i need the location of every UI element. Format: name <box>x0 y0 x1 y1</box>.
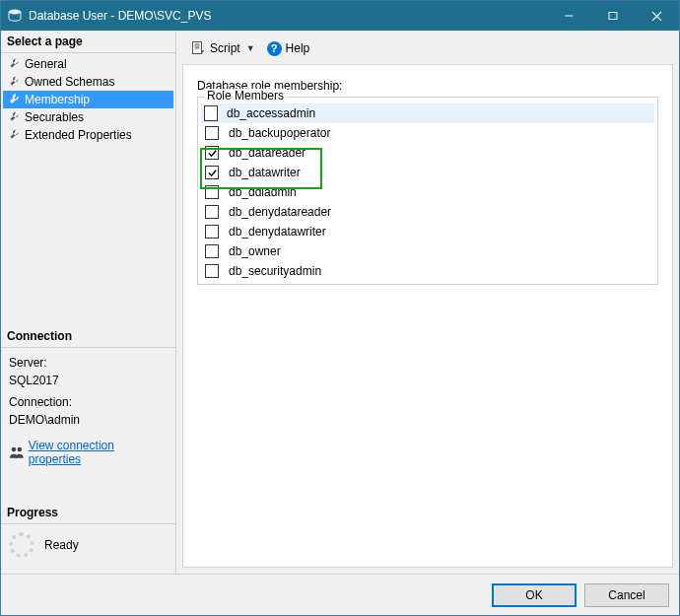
svg-point-6 <box>18 447 23 452</box>
role-name: db_denydatawriter <box>229 225 326 239</box>
role-item[interactable]: db_denydatawriter <box>201 222 654 241</box>
connection-label: Connection: <box>9 395 168 409</box>
role-name: db_backupoperator <box>229 126 330 140</box>
content-area: Database role membership: Role Members d… <box>182 64 673 568</box>
checkbox[interactable] <box>205 126 219 140</box>
role-list[interactable]: db_accessadmindb_backupoperatordb_datare… <box>201 103 654 281</box>
window-title: Database User - DEMO\SVC_PVS <box>29 9 546 23</box>
svg-rect-2 <box>609 13 617 20</box>
view-connection-properties-link[interactable]: View connection properties <box>9 439 168 466</box>
page-label: General <box>25 57 67 71</box>
ok-label: OK <box>525 588 542 602</box>
page-item-general[interactable]: General <box>3 55 173 73</box>
page-item-owned-schemas[interactable]: Owned Schemas <box>3 73 173 91</box>
script-icon <box>190 40 206 56</box>
role-item[interactable]: db_denydatareader <box>201 202 654 222</box>
checkbox[interactable] <box>205 166 219 179</box>
server-label: Server: <box>9 356 168 370</box>
page-label: Securables <box>25 110 84 124</box>
checkbox[interactable] <box>205 146 219 160</box>
role-item[interactable]: db_owner <box>201 241 654 261</box>
role-name: db_denydatareader <box>229 205 331 219</box>
svg-point-0 <box>9 10 21 14</box>
checkbox[interactable] <box>204 105 218 121</box>
checkbox[interactable] <box>205 185 219 199</box>
ok-button[interactable]: OK <box>492 583 577 607</box>
page-item-membership[interactable]: Membership <box>3 91 173 108</box>
main-panel: Script ▼ ? Help Database role membership… <box>176 31 679 574</box>
role-item[interactable]: db_datareader <box>201 143 654 163</box>
page-label: Owned Schemas <box>25 75 114 89</box>
wrench-icon <box>7 57 21 71</box>
database-user-icon <box>7 8 23 24</box>
page-item-extended-properties[interactable]: Extended Properties <box>3 126 173 144</box>
script-label: Script <box>210 41 240 55</box>
dialog-footer: OK Cancel <box>1 574 679 615</box>
role-name: db_securityadmin <box>229 264 321 278</box>
server-value: SQL2017 <box>9 374 168 387</box>
role-name: db_datawriter <box>229 166 301 179</box>
help-button[interactable]: ? Help <box>263 39 314 58</box>
minimize-button[interactable] <box>546 1 590 31</box>
role-name: db_ddladmin <box>229 185 297 199</box>
page-label: Membership <box>25 93 90 106</box>
role-name: db_datareader <box>229 146 306 160</box>
connection-header: Connection <box>1 325 175 348</box>
role-members-group: Role Members db_accessadmindb_backupoper… <box>197 97 658 285</box>
help-icon: ? <box>267 41 282 56</box>
window-buttons <box>546 1 679 31</box>
progress-panel: Ready <box>1 524 175 574</box>
progress-status: Ready <box>44 538 79 552</box>
select-page-header: Select a page <box>1 31 175 53</box>
dialog-body: Select a page General Owned Schemas Memb… <box>1 31 679 574</box>
view-connection-properties-label: View connection properties <box>29 439 168 466</box>
people-icon <box>9 445 25 460</box>
page-label: Extended Properties <box>25 128 132 142</box>
maximize-button[interactable] <box>590 1 635 31</box>
role-name: db_accessadmin <box>227 106 315 120</box>
wrench-icon <box>7 93 21 106</box>
progress-spinner-icon <box>9 532 34 558</box>
role-name: db_owner <box>229 244 281 258</box>
script-button[interactable]: Script ▼ <box>186 38 259 58</box>
role-members-legend: Role Members <box>204 89 287 103</box>
progress-header: Progress <box>1 502 175 524</box>
close-button[interactable] <box>635 1 679 31</box>
checkbox[interactable] <box>205 264 219 278</box>
role-item[interactable]: db_securityadmin <box>201 261 654 281</box>
page-item-securables[interactable]: Securables <box>3 108 173 126</box>
checkbox[interactable] <box>205 205 219 219</box>
connection-value: DEMO\admin <box>9 413 168 427</box>
cancel-label: Cancel <box>608 588 645 602</box>
sidebar: Select a page General Owned Schemas Memb… <box>1 31 176 574</box>
chevron-down-icon: ▼ <box>246 43 255 53</box>
dialog-window: Database User - DEMO\SVC_PVS Select a pa… <box>0 0 680 616</box>
checkbox[interactable] <box>205 244 219 258</box>
titlebar: Database User - DEMO\SVC_PVS <box>1 1 679 31</box>
toolbar: Script ▼ ? Help <box>182 36 673 64</box>
page-list: General Owned Schemas Membership Securab… <box>1 53 175 146</box>
help-label: Help <box>286 41 310 55</box>
wrench-icon <box>7 128 21 142</box>
connection-panel: Server: SQL2017 Connection: DEMO\admin V… <box>1 348 175 474</box>
wrench-icon <box>7 75 21 89</box>
checkbox[interactable] <box>205 225 219 239</box>
svg-point-5 <box>12 447 17 452</box>
role-item[interactable]: db_backupoperator <box>201 123 654 143</box>
role-item[interactable]: db_ddladmin <box>201 182 654 202</box>
cancel-button[interactable]: Cancel <box>584 583 669 607</box>
role-item[interactable]: db_accessadmin <box>201 103 654 123</box>
role-item[interactable]: db_datawriter <box>201 163 654 182</box>
wrench-icon <box>7 110 21 124</box>
